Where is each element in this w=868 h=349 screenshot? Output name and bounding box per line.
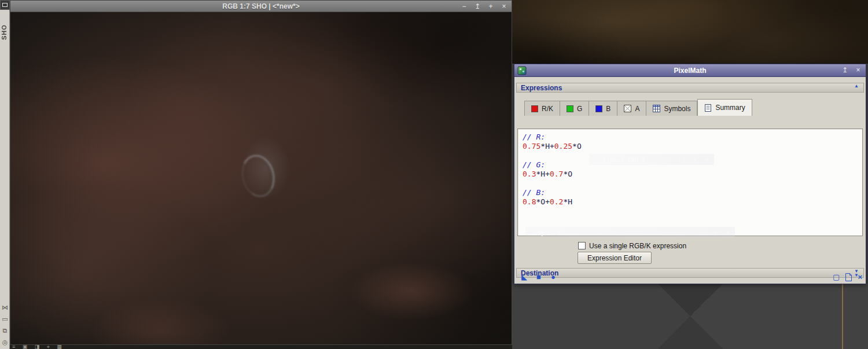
red-channel-icon	[531, 105, 538, 112]
blue-channel-icon	[595, 105, 602, 112]
tab-summary[interactable]: Summary	[697, 99, 752, 116]
tab-label: A	[635, 105, 639, 113]
pixelmath-dialog: PixelMath ↥ × Expressions ▲ R/K	[514, 64, 866, 284]
expression-editor-area[interactable]: // R:0.75*H+0.25*O // G:0.3*H+0.7*O // B…	[517, 128, 863, 236]
image-window-title: RGB 1:7 SHO | <*new*>	[222, 2, 299, 10]
single-rgbk-label: Use a single RGB/K expression	[589, 242, 686, 250]
workspace-guide-line	[842, 284, 843, 349]
single-rgbk-row: Use a single RGB/K expression	[578, 241, 686, 250]
window-icon	[2, 3, 8, 7]
zoom-icon[interactable]: +	[487, 1, 495, 12]
tab-b-channel[interactable]: B	[589, 101, 617, 116]
tab-label: B	[606, 105, 610, 113]
rail-frame-icon[interactable]: ▭	[0, 315, 10, 323]
pixelmath-toolbar: ◣ ■ ● ▢ ×	[514, 270, 866, 284]
tab-rk-channel[interactable]: R/K	[524, 101, 560, 116]
crescent-nebula-feature	[237, 151, 279, 200]
tab-symbols[interactable]: Symbols	[646, 101, 697, 116]
reset-icon[interactable]: ×	[858, 273, 862, 281]
rail-target-icon[interactable]: ◎	[0, 338, 10, 346]
status-frame-icon[interactable]: ▣	[23, 345, 28, 349]
new-document-icon[interactable]	[845, 273, 852, 281]
application-corner-icon[interactable]	[0, 0, 10, 10]
single-rgbk-checkbox[interactable]	[578, 242, 586, 249]
status-grid-icon[interactable]: ▦	[57, 345, 62, 349]
workspace-rail: SHO ⋈ ▭ ⧉ ◎	[0, 0, 10, 349]
pixelmath-body: Expressions ▲ R/K G B	[514, 77, 866, 284]
collapse-section-icon[interactable]: ▲	[854, 84, 859, 88]
nebula-image-canvas[interactable]	[10, 12, 512, 344]
status-list-icon[interactable]: ≡	[12, 345, 15, 349]
rail-duplicate-icon[interactable]: ⧉	[0, 326, 10, 335]
tab-label: G	[577, 105, 582, 113]
pixinsight-workspace: SHO ⋈ ▭ ⧉ ◎ RGB 1:7 SHO | <*new*> − ↥ + …	[0, 0, 868, 349]
image-window-titlebar[interactable]: RGB 1:7 SHO | <*new*> − ↥ + ×	[10, 1, 512, 12]
tab-label: Symbols	[664, 105, 690, 113]
pixelmath-titlebar[interactable]: PixelMath ↥ ×	[514, 64, 866, 77]
expressions-section-label: Expressions	[517, 84, 562, 92]
workspace-pattern	[512, 284, 868, 349]
summary-page-icon	[704, 104, 712, 112]
background-image-preview[interactable]	[512, 0, 868, 64]
close-icon[interactable]: ×	[500, 1, 508, 12]
shade-icon[interactable]: ↥	[473, 1, 481, 12]
green-channel-icon	[567, 105, 573, 112]
apply-global-icon[interactable]: ●	[549, 270, 558, 284]
status-target-icon[interactable]: ⌖	[47, 345, 50, 349]
symbols-grid-icon	[653, 105, 660, 112]
alpha-channel-icon	[624, 105, 631, 112]
pixelmath-title: PixelMath	[674, 67, 706, 75]
rail-swap-icon[interactable]: ⋈	[0, 303, 10, 311]
tab-label: R/K	[542, 105, 553, 113]
channel-tab-bar: R/K G B A	[524, 99, 752, 116]
status-split-icon[interactable]: ◨	[35, 345, 40, 349]
workspace-tab-sho[interactable]: SHO	[1, 21, 9, 44]
tab-g-channel[interactable]: G	[560, 101, 589, 116]
image-window-statusbar: ≡ ▣ ◨ ⌖ ▦	[10, 345, 512, 349]
expressions-section-header[interactable]: Expressions ▲	[516, 83, 864, 93]
close-icon[interactable]: ×	[854, 64, 862, 76]
minimize-icon[interactable]: −	[460, 1, 468, 12]
new-instance-icon[interactable]: ◣	[520, 270, 529, 284]
tab-label: Summary	[715, 104, 745, 112]
image-window: RGB 1:7 SHO | <*new*> − ↥ + ×	[10, 0, 512, 345]
shade-icon[interactable]: ↥	[841, 64, 849, 76]
tab-alpha-channel[interactable]: A	[617, 101, 646, 116]
browse-documentation-icon[interactable]: ▢	[833, 273, 840, 281]
expression-editor-button[interactable]: Expression Editor	[578, 252, 652, 264]
pixelmath-icon	[517, 66, 527, 75]
apply-icon[interactable]: ■	[534, 270, 543, 284]
